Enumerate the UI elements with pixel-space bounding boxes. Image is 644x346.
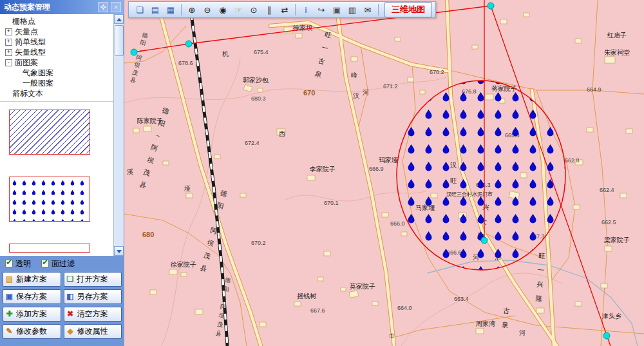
map-label: 莫家院子	[349, 283, 375, 290]
map-layers-icon[interactable]: ❏	[133, 3, 147, 17]
building	[524, 13, 529, 17]
vertex-handle[interactable]	[603, 332, 610, 339]
map-canvas[interactable]: 徐家坝红庙子朱家祠堂郭家沙包蒋家院子陈家院子李家院子玛家垭汉旺三合村水泥门市马家…	[124, 0, 644, 346]
tree-item[interactable]: 箭标文本	[0, 88, 124, 99]
building	[341, 287, 346, 291]
map-label: 678.6	[178, 60, 193, 66]
refresh-icon[interactable]: ⇄	[278, 3, 292, 17]
scroll-down-button[interactable]	[114, 246, 124, 256]
droplet-pattern-swatch[interactable]	[9, 177, 90, 222]
building	[575, 302, 582, 306]
snapshot-icon[interactable]: ▣	[330, 3, 344, 17]
vertex-handle[interactable]	[488, 3, 494, 9]
checkbox-box[interactable]: ✔	[5, 260, 13, 267]
map-label: 河	[363, 89, 369, 96]
save-as-plan-icon: ◧	[66, 292, 75, 302]
map-label: 662.8	[565, 157, 580, 164]
button-label: 修改属性	[77, 326, 108, 337]
close-icon[interactable]: ×	[111, 2, 121, 12]
vertex-handle[interactable]	[131, 49, 137, 55]
pause-icon[interactable]: ∥	[262, 3, 276, 17]
transparent-checkbox[interactable]: ✔透明	[5, 258, 31, 269]
save-plan-icon: ▣	[5, 292, 14, 302]
tree-item-label: 简单线型	[15, 37, 46, 48]
tree-item[interactable]: 气象图案	[0, 68, 124, 78]
building	[536, 308, 544, 313]
tree-item[interactable]: 一般图案	[0, 78, 124, 88]
tree-item[interactable]: 栅格点	[0, 16, 124, 26]
building	[317, 277, 323, 281]
expand-icon[interactable]: +	[5, 39, 12, 46]
building	[476, 329, 484, 334]
print-icon[interactable]: ▥	[345, 3, 359, 17]
tree-item-label: 面图案	[15, 57, 38, 68]
map-label: 680.3	[251, 95, 266, 102]
collapse-icon[interactable]: -	[5, 59, 12, 66]
grid-icon[interactable]: ▦	[164, 3, 178, 17]
building	[605, 57, 615, 63]
expand-icon[interactable]: +	[5, 49, 12, 56]
fit-extent-icon[interactable]: ◉	[216, 3, 230, 17]
button-label: 清空方案	[77, 309, 108, 320]
building	[195, 309, 203, 314]
tree-item[interactable]: -面图案	[0, 57, 124, 68]
save-as-plan-button[interactable]: ◧另存方案	[64, 289, 122, 304]
building	[472, 45, 478, 49]
building	[349, 291, 358, 298]
plan-controls: ✔透明✔面过滤 ▤新建方案❏打开方案▣保存方案◧另存方案✚添加方案✖清空方案✎修…	[0, 256, 124, 346]
map-preview-icon[interactable]: ▤	[148, 3, 162, 17]
info-icon[interactable]: i	[299, 3, 313, 17]
mail-icon[interactable]: ✉	[361, 3, 375, 17]
button-label: 另存方案	[77, 291, 108, 302]
modify-params-button[interactable]: ✎修改参数	[3, 324, 61, 339]
open-plan-button[interactable]: ❏打开方案	[64, 272, 122, 287]
map-label: 662.4	[600, 187, 614, 193]
map-label: 梁家院子	[604, 236, 630, 244]
save-plan-button[interactable]: ▣保存方案	[3, 289, 61, 304]
zoom-out-icon[interactable]: ⊖	[200, 3, 214, 17]
clear-plan-button[interactable]: ✖清空方案	[64, 307, 122, 322]
surface-filter-checkbox[interactable]: ✔面过滤	[41, 258, 75, 269]
map-area: 徐家坝红庙子朱家祠堂郭家沙包蒋家院子陈家院子李家院子玛家垭汉旺三合村水泥门市马家…	[124, 0, 644, 346]
map-label: 周家湾	[476, 320, 495, 327]
vertex-handle[interactable]	[185, 41, 192, 47]
export-icon[interactable]: ↪	[314, 3, 328, 17]
scroll-up-button[interactable]	[114, 14, 124, 24]
zoom-select-icon[interactable]: ⊙	[247, 3, 261, 17]
building	[601, 284, 607, 288]
checkbox-box[interactable]: ✔	[41, 260, 49, 267]
partial-pattern-swatch[interactable]	[9, 244, 90, 253]
pattern-preview-list	[0, 102, 124, 256]
modify-props-button[interactable]: ◆修改属性	[64, 324, 122, 339]
scroll-thumb[interactable]	[115, 25, 124, 56]
map-label: 670.1	[324, 200, 339, 206]
building	[587, 128, 593, 132]
panel-titlebar[interactable]: 动态预案管理 ✜ ×	[0, 0, 124, 14]
tree-item[interactable]: +简单线型	[0, 37, 124, 47]
tree-item-label: 矢量线型	[15, 47, 46, 58]
panel-scrollbar[interactable]	[113, 14, 124, 256]
building	[240, 193, 246, 197]
building	[500, 19, 507, 24]
new-plan-icon: ▤	[5, 274, 14, 284]
pan-hand-icon[interactable]: ☞	[231, 3, 245, 17]
building	[351, 57, 357, 61]
map-label: 666.0	[390, 220, 405, 227]
map-label: 680	[142, 231, 154, 238]
building	[186, 193, 193, 198]
hatch-pattern-swatch[interactable]	[9, 110, 90, 155]
building	[324, 251, 330, 256]
map-3d-button[interactable]: 三维地图	[384, 2, 432, 17]
map-label: 671.2	[383, 83, 398, 90]
new-plan-button[interactable]: ▤新建方案	[3, 272, 61, 287]
zoom-in-icon[interactable]: ⊕	[185, 3, 199, 17]
building	[307, 175, 315, 180]
pin-icon[interactable]: ✜	[98, 2, 108, 12]
expand-icon[interactable]: +	[5, 28, 12, 35]
add-plan-button[interactable]: ✚添加方案	[3, 307, 61, 322]
tree-item[interactable]: +矢量线型	[0, 47, 124, 57]
map-label: 667.6	[310, 307, 325, 314]
vertex-handle[interactable]	[481, 237, 488, 244]
tree-item[interactable]: +矢量点	[0, 26, 124, 37]
toolbar-separator	[378, 4, 379, 15]
